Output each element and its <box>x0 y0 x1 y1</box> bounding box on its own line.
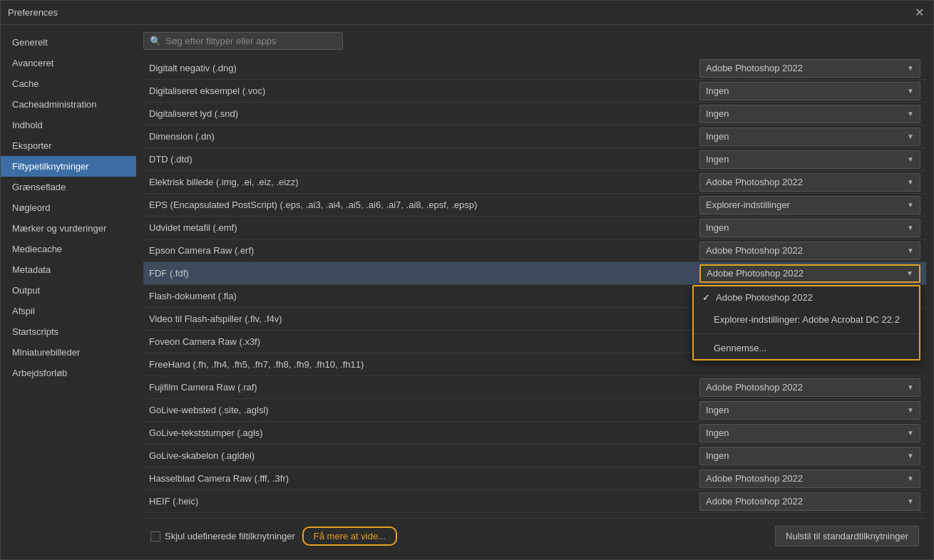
chevron-down-icon: ▼ <box>907 64 914 72</box>
app-select-text: Explorer-indstillinger <box>706 199 790 210</box>
sidebar-item-eksporter[interactable]: Eksporter <box>1 135 136 156</box>
sidebar-item-maerker-og-vurderinger[interactable]: Mærker og vurderinger <box>1 218 136 239</box>
app-select[interactable]: Ingen▼ <box>699 150 920 169</box>
sidebar-item-cacheadministration[interactable]: Cacheadministration <box>1 94 136 115</box>
search-bar: 🔍 <box>143 32 926 50</box>
sidebar-item-indhold[interactable]: Indhold <box>1 115 136 135</box>
sidebar-item-avanceret[interactable]: Avanceret <box>1 53 136 73</box>
table-row: DTD (.dtd)Ingen▼ <box>143 148 926 171</box>
app-select[interactable]: Ingen▼ <box>699 105 920 123</box>
app-select-text: Ingen <box>706 405 729 415</box>
file-name: Digitaliseret lyd (.snd) <box>149 108 699 119</box>
app-select-text: Ingen <box>706 131 729 142</box>
dropdown-item-label: Adobe Photoshop 2022 <box>716 292 813 303</box>
app-select[interactable]: Ingen▼ <box>699 219 920 237</box>
dropdown-item[interactable]: Explorer-indstillinger: Adobe Acrobat DC… <box>694 308 919 331</box>
table-row: EPS (Encapsulated PostScript) (.eps, .ai… <box>143 194 926 217</box>
chevron-down-icon: ▼ <box>906 269 913 277</box>
app-select[interactable]: Adobe Photoshop 2022▼ <box>699 242 920 260</box>
chevron-down-icon: ▼ <box>907 247 914 254</box>
app-select[interactable]: Ingen▼ <box>699 128 920 146</box>
app-select-text: Ingen <box>706 450 729 461</box>
file-name: Digitaliseret eksempel (.voc) <box>149 85 699 96</box>
sidebar: GenereltAvanceretCacheCacheadministratio… <box>1 25 136 559</box>
app-select[interactable]: Adobe Photoshop 2022▼ <box>699 59 920 78</box>
sidebar-item-mediecache[interactable]: Mediecache <box>1 239 136 259</box>
reset-button[interactable]: Nulstil til standardtilknytninger <box>775 526 919 546</box>
chevron-down-icon: ▼ <box>907 497 914 505</box>
dropdown-divider <box>694 333 919 334</box>
sidebar-item-output[interactable]: Output <box>1 280 136 301</box>
app-select-text: Adobe Photoshop 2022 <box>706 177 803 187</box>
search-wrapper: 🔍 <box>143 32 343 50</box>
app-select-text: Ingen <box>706 108 729 119</box>
sidebar-item-arbejdsforloeb[interactable]: Arbejdsforløb <box>1 363 136 383</box>
learn-more-button[interactable]: Få mere at vide... <box>302 527 397 546</box>
chevron-down-icon: ▼ <box>907 383 914 391</box>
file-name: Epson Camera Raw (.erf) <box>149 245 699 256</box>
file-name: Fujifilm Camera Raw (.raf) <box>149 382 699 393</box>
chevron-down-icon: ▼ <box>907 224 914 232</box>
app-select[interactable]: Adobe Photoshop 2022▼ <box>699 378 920 397</box>
sidebar-item-cache[interactable]: Cache <box>1 73 136 94</box>
chevron-down-icon: ▼ <box>907 133 914 140</box>
app-select-text: Ingen <box>706 85 729 96</box>
file-name: GoLive-tekststumper (.agls) <box>149 427 699 438</box>
content-area: 🔍 Digitalt negativ (.dng)Adobe Photoshop… <box>136 25 933 559</box>
app-select-text: Adobe Photoshop 2022 <box>706 496 803 507</box>
hide-undefined-checkbox[interactable] <box>150 532 160 541</box>
table-row: GoLive-tekststumper (.agls)Ingen▼ <box>143 422 926 445</box>
dropdown-item-label: Explorer-indstillinger: Adobe Acrobat DC… <box>714 314 900 325</box>
sidebar-item-graenseflade[interactable]: Grænseflade <box>1 177 136 197</box>
table-row: Fujifilm Camera Raw (.raf)Adobe Photosho… <box>143 376 926 399</box>
app-select-text: Ingen <box>706 427 729 438</box>
table-row: Hasselblad Camera Raw (.fff, .3fr)Adobe … <box>143 467 926 490</box>
app-select[interactable]: Ingen▼ <box>699 82 920 100</box>
sidebar-item-afspil[interactable]: Afspil <box>1 301 136 321</box>
footer-left: Skjul udefinerede filtilknytninger Få me… <box>150 527 397 546</box>
search-input[interactable] <box>165 36 322 46</box>
app-select[interactable]: Adobe Photoshop 2022▼ <box>699 492 920 511</box>
footer: Skjul udefinerede filtilknytninger Få me… <box>143 518 926 552</box>
app-select-text: Adobe Photoshop 2022 <box>706 63 803 73</box>
chevron-down-icon: ▼ <box>907 155 914 163</box>
app-select-text: Adobe Photoshop 2022 <box>706 473 803 484</box>
app-select[interactable]: Adobe Photoshop 2022▼ <box>699 264 920 283</box>
table-row: Elektrisk billede (.img, .ei, .eiz, .eiz… <box>143 171 926 194</box>
close-button[interactable]: ✕ <box>912 6 926 20</box>
app-select-text: Adobe Photoshop 2022 <box>706 245 803 256</box>
app-select[interactable]: Adobe Photoshop 2022▼ <box>699 173 920 192</box>
app-select-text: Adobe Photoshop 2022 <box>707 268 804 279</box>
table-row: Dimension (.dn)Ingen▼ <box>143 125 926 148</box>
sidebar-item-nogleord[interactable]: Nøgleord <box>1 197 136 218</box>
file-name: Dimension (.dn) <box>149 131 699 142</box>
table-row: Epson Camera Raw (.erf)Adobe Photoshop 2… <box>143 239 926 262</box>
app-select[interactable]: Adobe Photoshop 2022▼ <box>699 470 920 488</box>
file-name: EPS (Encapsulated PostScript) (.eps, .ai… <box>149 199 699 210</box>
chevron-down-icon: ▼ <box>907 429 914 437</box>
app-select[interactable]: Ingen▼ <box>699 424 920 442</box>
file-name: Hasselblad Camera Raw (.fff, .3fr) <box>149 473 699 484</box>
app-select[interactable]: Explorer-indstillinger▼ <box>699 196 920 214</box>
sidebar-item-generelt[interactable]: Generelt <box>1 32 136 53</box>
chevron-down-icon: ▼ <box>907 452 914 460</box>
app-select[interactable]: Ingen▼ <box>699 447 920 465</box>
chevron-down-icon: ▼ <box>907 406 914 414</box>
file-name: Digitalt negativ (.dng) <box>149 63 699 73</box>
sidebar-item-miniaturebilleder[interactable]: Miniaturebilleder <box>1 342 136 363</box>
check-icon: ✓ <box>702 292 710 303</box>
file-name: FreeHand (.fh, .fh4, .fh5, .fh7, .fh8, .… <box>149 359 920 370</box>
sidebar-item-startscripts[interactable]: Startscripts <box>1 321 136 342</box>
sidebar-item-metadata[interactable]: Metadata <box>1 259 136 280</box>
table-row: Digitaliseret eksempel (.voc)Ingen▼ <box>143 80 926 103</box>
search-icon: 🔍 <box>150 36 161 46</box>
hide-undefined-label: Skjul udefinerede filtilknytninger <box>165 531 295 541</box>
dropdown-item-label: Gennemse... <box>714 343 766 353</box>
sidebar-item-filtypetilknytninger[interactable]: Filtypetilknytninger <box>1 156 136 177</box>
table-row: Digitalt negativ (.dng)Adobe Photoshop 2… <box>143 57 926 80</box>
app-select[interactable]: Ingen▼ <box>699 401 920 420</box>
dropdown-item[interactable]: ✓Adobe Photoshop 2022 <box>694 286 919 308</box>
app-select-text: Adobe Photoshop 2022 <box>706 382 803 393</box>
dropdown-item[interactable]: Gennemse... <box>694 337 919 359</box>
file-name: Elektrisk billede (.img, .ei, .eiz, .eiz… <box>149 177 699 187</box>
